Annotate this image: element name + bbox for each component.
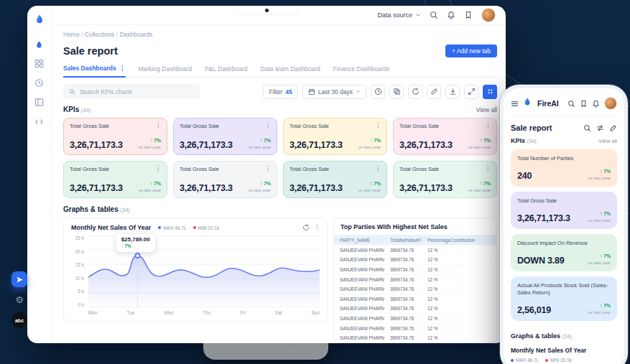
phone-header: FireAI [511, 97, 617, 117]
expand-icon[interactable] [464, 85, 478, 99]
bell-icon[interactable] [592, 100, 600, 108]
bookmark-icon[interactable] [464, 11, 473, 19]
dashboard-tab[interactable]: Sales Dashboards⋮ [63, 62, 126, 78]
apps-grid-button[interactable] [483, 85, 497, 99]
nav-history-icon[interactable] [34, 78, 44, 88]
kebab-menu-icon[interactable]: ⋮ [485, 123, 491, 129]
kebab-menu-icon[interactable]: ⋮ [485, 166, 491, 172]
dashboard-tab[interactable]: Marking Dashboard⋮ [139, 62, 192, 77]
legend-item: MAX 46.7L [511, 358, 539, 363]
copy-icon[interactable] [389, 85, 404, 99]
chart-title: Monthly Net Sales Of Year [71, 224, 151, 231]
kpi-card[interactable]: Total Number of Parties 240 ↑ 7% vs last… [511, 149, 617, 187]
abc-logo-badge: abc [11, 312, 27, 328]
date-range-chip[interactable]: Last 30 days [302, 85, 366, 99]
phone-kpi-cards: Total Number of Parties 240 ↑ 7% vs last… [511, 149, 617, 321]
kpi-card[interactable]: Total Gross Sale ⋮ 3,26,71,173.3 ↑ 7% vs… [283, 161, 387, 198]
bell-icon[interactable] [447, 11, 455, 19]
kebab-menu-icon[interactable]: ⋮ [375, 166, 381, 172]
breadcrumb-item[interactable]: Dashboards [119, 31, 152, 38]
table-title: Top Parties With Highest Net Sales [334, 218, 496, 235]
table-row[interactable]: SANJEEVANI PHARMA DISTRIBUTORS 3899734.7… [334, 294, 496, 304]
refresh-icon[interactable] [596, 124, 604, 132]
kpi-search[interactable] [63, 84, 200, 99]
bookmark-icon[interactable] [580, 100, 588, 108]
table-row[interactable]: SANJEEVANI PHARMA DISTRIBUTORS 3899734.7… [334, 246, 496, 256]
kpi-card[interactable]: Discount Impact On Revenue DOWN 3.89 ↑ 7… [511, 234, 617, 271]
phone-view-all[interactable]: View all [598, 138, 617, 144]
refresh-icon[interactable] [302, 224, 310, 231]
dashboard-tab[interactable]: Data team Dashboard⋮ [261, 62, 320, 77]
breadcrumb-item[interactable]: Collections [85, 31, 120, 38]
edit-icon[interactable] [427, 85, 441, 99]
nav-fire-icon[interactable] [34, 39, 44, 49]
table-row[interactable]: SANJEEVANI PHARMA DISTRIBUTORS 3899734.7… [334, 274, 496, 284]
phone-page-title: Sale report [511, 123, 552, 132]
search-icon[interactable] [430, 11, 438, 19]
delta-badge: ↑ 7% [600, 253, 611, 260]
table-row[interactable]: SANJEEVANI PHARMA DISTRIBUTORS 3899734.7… [334, 314, 496, 324]
camera-dot [265, 9, 269, 12]
user-avatar[interactable] [604, 97, 617, 110]
table-row[interactable]: SANJEEVANI PHARMA DISTRIBUTORS 3899734.7… [334, 304, 496, 314]
refresh-icon[interactable] [408, 85, 422, 99]
kpi-card[interactable]: Actual All Products Stock Sold (Sales- S… [511, 276, 617, 321]
dashboard-tab[interactable]: Finance Dashboards⋮ [333, 62, 389, 77]
settings-gear-icon[interactable]: ⚙ [15, 295, 24, 304]
kpi-card[interactable]: Total Gross Sale ⋮ 3,26,71,173.3 ↑ 7% vs… [393, 118, 497, 155]
kpi-card[interactable]: Total Gross Sale 3,26,71,173.3 ↑ 7% vs l… [511, 192, 617, 229]
delta-badge: ↑ 7% [600, 169, 611, 175]
search-icon[interactable] [583, 124, 591, 132]
nav-code-icon[interactable] [34, 117, 44, 126]
dashboard-tab[interactable]: P&L Dashboard⋮ [205, 62, 248, 77]
table-header-row: PARTY_NAMETotalNetValueForPartyPercentag… [334, 235, 496, 246]
kebab-menu-icon[interactable]: ⋮ [375, 123, 381, 129]
legend-item: MIN 20.1k [545, 358, 572, 363]
kpi-card[interactable]: Total Gross Sale ⋮ 3,26,71,173.3 ↑ 7% vs… [393, 161, 497, 198]
table-column-header[interactable]: TotalNetValueForParty [384, 235, 422, 246]
table-row[interactable]: SANJEEVANI PHARMA DISTRIBUTORS 3899734.7… [334, 323, 496, 333]
kpi-card[interactable]: Total Gross Sale ⋮ 3,26,71,173.3 ↑ 7% vs… [63, 161, 167, 198]
kebab-menu-icon[interactable]: ⋮ [314, 225, 320, 230]
kpi-card[interactable]: Total Gross Sale ⋮ 3,26,71,173.3 ↑ 7% vs… [173, 118, 277, 155]
kebab-menu-icon[interactable]: ⋮ [265, 166, 271, 172]
nav-layout-icon[interactable] [34, 98, 44, 107]
kebab-menu-icon[interactable]: ⋮ [155, 166, 161, 172]
tab-kebab-icon[interactable]: ⋮ [119, 65, 126, 72]
filter-chip[interactable]: Filter 45 [263, 85, 297, 99]
history-icon[interactable] [371, 85, 385, 99]
fireai-logo [523, 97, 532, 110]
assistant-button[interactable] [11, 271, 27, 287]
delta-badge: ↑ 7% [150, 138, 161, 144]
search-input[interactable] [80, 88, 194, 95]
kebab-menu-icon[interactable]: ⋮ [265, 123, 271, 129]
edit-icon[interactable] [609, 124, 617, 132]
kpi-card[interactable]: Total Gross Sale ⋮ 3,26,71,173.3 ↑ 7% vs… [63, 118, 167, 155]
kpis-view-all[interactable]: View all [476, 106, 497, 113]
download-icon[interactable] [445, 85, 460, 99]
legend-item: MIN 20.1k [193, 225, 220, 230]
table-row[interactable]: SANJEEVANI PHARMA DISTRIBUTORS 3899734.7… [334, 255, 496, 265]
phone-mockup: FireAI Sale report KPIs (34) View all [500, 85, 628, 364]
table-row[interactable]: SANJEEVANI PHARMA DISTRIBUTORS 3899734.7… [334, 265, 496, 275]
delta-badge: ↑ 7% [370, 138, 381, 144]
nav-grid-icon[interactable] [34, 59, 44, 68]
chart-legend: MAX 46.7LMIN 20.1k [158, 225, 219, 230]
data-source-dropdown[interactable]: Data source [377, 11, 421, 19]
table-row[interactable]: SANJEEVANI PHARMA DISTRIBUTORS 3899734.7… [334, 284, 496, 294]
chart-marker-dot [135, 253, 139, 258]
add-new-tab-button[interactable]: + Add new tab [445, 45, 497, 57]
dashboard-tabs: Sales Dashboards⋮ Marking Dashboard⋮ P&L… [63, 62, 497, 78]
kebab-menu-icon[interactable]: ⋮ [155, 123, 161, 129]
table-column-header[interactable]: PercentageContribution [422, 235, 496, 246]
user-avatar[interactable] [481, 8, 496, 22]
calendar-icon [308, 88, 315, 95]
hamburger-menu-icon[interactable] [511, 100, 519, 108]
kpi-card[interactable]: Total Gross Sale ⋮ 3,26,71,173.3 ↑ 7% vs… [283, 118, 387, 155]
search-icon[interactable] [568, 100, 575, 108]
kpi-card[interactable]: Total Gross Sale ⋮ 3,26,71,173.3 ↑ 7% vs… [173, 161, 277, 198]
top-parties-table: PARTY_NAMETotalNetValueForPartyPercentag… [334, 235, 496, 342]
table-row[interactable]: SANJEEVANI PHARMA DISTRIBUTORS 3899734.7… [334, 333, 496, 342]
breadcrumb-item[interactable]: Home [63, 31, 85, 38]
table-column-header[interactable]: PARTY_NAME [334, 235, 384, 246]
